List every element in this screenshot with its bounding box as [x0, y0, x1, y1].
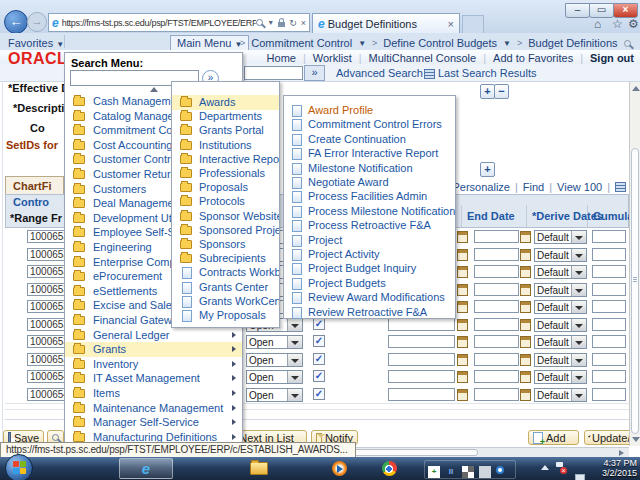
calendar-icon[interactable]: [457, 249, 468, 261]
menu-item-departments[interactable]: Departments: [172, 109, 279, 124]
new-tab-button[interactable]: [462, 15, 484, 34]
select-dropdown-icon[interactable]: [571, 231, 586, 243]
menu-item-project-budgets[interactable]: Project Budgets: [284, 276, 455, 291]
add-row-button[interactable]: +: [480, 84, 495, 99]
select-dropdown-icon[interactable]: [571, 354, 586, 366]
range-from-input[interactable]: 1000653: [27, 265, 67, 278]
derive-dates-select[interactable]: Default: [534, 353, 587, 367]
select-dropdown-icon[interactable]: [287, 336, 302, 348]
advanced-search-link[interactable]: Advanced Search: [336, 67, 423, 79]
tray-expand-icon[interactable]: [541, 465, 549, 470]
cumulative-input[interactable]: [592, 370, 626, 383]
menu-item-project-budget-inquiry[interactable]: Project Budget Inquiry: [284, 261, 455, 276]
end-date-input[interactable]: [474, 318, 519, 331]
tray-app5-icon[interactable]: [496, 466, 504, 474]
end-date-input[interactable]: [474, 248, 519, 261]
range-from-input[interactable]: 1000653: [27, 300, 67, 313]
select-dropdown-icon[interactable]: [571, 266, 586, 278]
tab-close-icon[interactable]: ×: [448, 18, 454, 30]
tray-app4-icon[interactable]: [479, 466, 491, 478]
status-select[interactable]: Open: [246, 335, 303, 349]
menu-item-grants[interactable]: Grants: [65, 342, 242, 357]
select-dropdown-icon[interactable]: [571, 284, 586, 296]
calendar-icon[interactable]: [520, 301, 531, 313]
grid-link-find[interactable]: Find: [523, 181, 544, 193]
minimize-button[interactable]: –: [565, 3, 590, 18]
range-from-input[interactable]: 1000653: [27, 335, 67, 348]
taskbar-wmp-button[interactable]: [312, 458, 366, 479]
close-button[interactable]: ×: [613, 3, 638, 18]
end-date-input[interactable]: [474, 335, 519, 348]
calendar-icon[interactable]: [520, 319, 531, 331]
menu-item-create-continuation[interactable]: Create Continuation: [284, 132, 455, 147]
network-icon[interactable]: [575, 474, 585, 480]
menu-item-project-activity[interactable]: Project Activity: [284, 247, 455, 262]
calendar-icon[interactable]: [457, 354, 468, 366]
derive-dates-select[interactable]: Default: [534, 248, 587, 262]
calendar-icon[interactable]: [457, 336, 468, 348]
tray-app1-icon[interactable]: +: [428, 466, 440, 478]
taskbar-chrome-button[interactable]: [362, 458, 416, 479]
menu-item-process-retroactive-f-a[interactable]: Process Retroactive F&A: [284, 218, 455, 233]
derive-dates-select[interactable]: Default: [534, 370, 587, 384]
cumulative-input[interactable]: [592, 265, 626, 278]
menu-item-negotiate-award[interactable]: Negotiate Award: [284, 175, 455, 190]
taskbar-clock[interactable]: 4:37 PM 3/2/2015: [602, 458, 637, 478]
menu-item-sponsored-projects-offices[interactable]: Sponsored Projects Offices: [172, 223, 279, 238]
breadcrumb-define-control-budgets[interactable]: Define Control Budgets: [383, 37, 497, 49]
vertical-scrollbar[interactable]: [629, 82, 640, 446]
range-from-input[interactable]: 1000653: [27, 283, 67, 296]
select-dropdown-icon[interactable]: [571, 249, 586, 261]
calendar-icon[interactable]: [457, 266, 468, 278]
settings-gear-icon[interactable]: ⚙: [628, 17, 639, 31]
cumulative-input[interactable]: [592, 300, 626, 313]
menu-item-grants-portal[interactable]: Grants Portal: [172, 123, 279, 138]
select-dropdown-icon[interactable]: [571, 371, 586, 383]
end-date-input[interactable]: [474, 300, 519, 313]
select-dropdown-icon[interactable]: [571, 301, 586, 313]
range-from-input[interactable]: 1000654: [27, 370, 67, 383]
end-date-input[interactable]: [474, 230, 519, 243]
start-date-input[interactable]: [388, 335, 455, 348]
header-link-add-to-favorites[interactable]: Add to Favorites: [493, 52, 573, 64]
update-display-button[interactable]: Update/Display: [584, 430, 632, 445]
add-setid-button[interactable]: +: [480, 162, 495, 177]
affected-checkbox[interactable]: ✓: [313, 335, 325, 347]
menu-item-professionals[interactable]: Professionals: [172, 166, 279, 181]
forward-button[interactable]: →: [27, 12, 47, 32]
menu-item-process-milestone-notification[interactable]: Process Milestone Notification: [284, 204, 455, 219]
cumulative-input[interactable]: [592, 335, 626, 348]
address-dropdown-icon[interactable]: ▼: [267, 19, 274, 26]
range-from-input[interactable]: 1000653: [27, 230, 67, 243]
calendar-icon[interactable]: [520, 266, 531, 278]
back-button[interactable]: ←: [4, 10, 28, 34]
select-dropdown-icon[interactable]: [571, 319, 586, 331]
derive-dates-select[interactable]: Default: [534, 283, 587, 297]
derive-dates-select[interactable]: Default: [534, 318, 587, 332]
add-button[interactable]: Add: [528, 430, 579, 445]
menu-item-general-ledger[interactable]: General Ledger: [65, 328, 242, 343]
menu-item-proposals[interactable]: Proposals: [172, 180, 279, 195]
calendar-icon[interactable]: [520, 389, 531, 401]
range-from-input[interactable]: 1000653: [27, 248, 67, 261]
status-select[interactable]: Open: [246, 353, 303, 367]
favorites-star-icon[interactable]: ☆: [612, 17, 623, 31]
scroll-up-icon[interactable]: [632, 86, 640, 91]
select-dropdown-icon[interactable]: [287, 319, 302, 331]
status-select[interactable]: Open: [246, 370, 303, 384]
cumulative-input[interactable]: [592, 318, 626, 331]
end-date-input[interactable]: [474, 265, 519, 278]
calendar-icon[interactable]: [520, 231, 531, 243]
grid-zoom-icon[interactable]: [615, 182, 626, 192]
address-search-icon[interactable]: [256, 19, 263, 26]
menu-item-items[interactable]: Items: [65, 386, 242, 401]
breadcrumb-budget-definitions[interactable]: Budget Definitions: [528, 37, 617, 49]
menu-item-fa-error-interactive-report[interactable]: FA Error Interactive Report: [284, 146, 455, 161]
derive-dates-select[interactable]: Default: [534, 335, 587, 349]
menu-item-sponsors[interactable]: Sponsors: [172, 237, 279, 252]
taskbar-explorer-button[interactable]: [232, 458, 286, 479]
menu-item-award-profile[interactable]: Award Profile: [284, 103, 455, 118]
calendar-icon[interactable]: [457, 319, 468, 331]
cumulative-input[interactable]: [592, 388, 626, 401]
calendar-icon[interactable]: [520, 354, 531, 366]
